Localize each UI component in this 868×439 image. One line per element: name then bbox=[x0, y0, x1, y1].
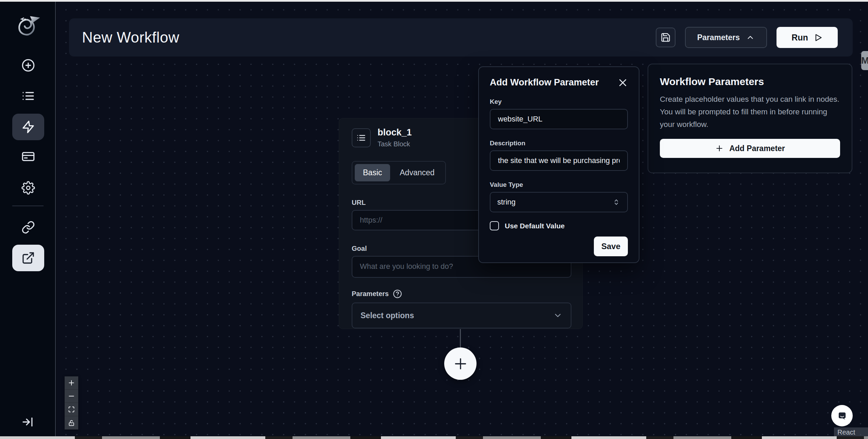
tab-basic[interactable]: Basic bbox=[355, 164, 390, 181]
edge-connector bbox=[460, 329, 461, 348]
workflow-header-bar: New Workflow Parameters Run bbox=[69, 18, 853, 56]
canvas-controls bbox=[65, 376, 78, 429]
lock-toggle-button[interactable] bbox=[65, 416, 78, 429]
external-link-nav-active[interactable] bbox=[12, 245, 44, 271]
chevron-up-icon bbox=[746, 33, 755, 42]
play-icon bbox=[814, 33, 823, 42]
parameters-select-placeholder: Select options bbox=[361, 311, 414, 320]
window-bottom-strip bbox=[0, 436, 868, 439]
link-icon[interactable] bbox=[21, 221, 35, 234]
plus-icon bbox=[453, 356, 468, 371]
help-circle-icon[interactable] bbox=[393, 289, 402, 298]
value-type-select[interactable]: string bbox=[490, 192, 628, 212]
run-button[interactable]: Run bbox=[777, 27, 838, 48]
node-title[interactable]: block_1 bbox=[378, 127, 412, 138]
panel-description: Create placeholder values that you can l… bbox=[660, 93, 840, 131]
sidebar-divider bbox=[12, 206, 44, 206]
external-link-icon bbox=[21, 251, 35, 265]
modal-header: Add Workflow Parameter bbox=[490, 77, 628, 88]
node-tabs: Basic Advanced bbox=[352, 161, 446, 184]
save-floppy-icon bbox=[661, 32, 671, 43]
zoom-in-button[interactable] bbox=[65, 376, 78, 390]
workflow-parameters-panel: Workflow Parameters Create placeholder v… bbox=[648, 64, 852, 173]
node-header-text: block_1 Task Block bbox=[378, 127, 412, 148]
dragon-logo-icon bbox=[14, 12, 43, 40]
add-parameter-label: Add Parameter bbox=[729, 144, 785, 153]
node-subtitle: Task Block bbox=[378, 140, 412, 148]
settings-gear-icon[interactable] bbox=[21, 181, 35, 195]
browser-edge-tab[interactable]: M bbox=[861, 51, 868, 70]
close-icon[interactable] bbox=[618, 78, 628, 88]
key-label: Key bbox=[490, 98, 628, 105]
modal-footer: Save bbox=[490, 237, 628, 256]
use-default-label: Use Default Value bbox=[505, 222, 565, 230]
parameters-button-label: Parameters bbox=[697, 33, 740, 42]
run-button-label: Run bbox=[791, 33, 808, 43]
fit-view-button[interactable] bbox=[65, 403, 78, 416]
minus-icon bbox=[68, 393, 75, 400]
workflow-editor-app: New Workflow Parameters Run bbox=[0, 0, 868, 439]
panel-title: Workflow Parameters bbox=[660, 76, 840, 87]
support-chat-button[interactable] bbox=[831, 405, 853, 426]
expand-sidebar-icon[interactable] bbox=[21, 415, 35, 429]
fit-view-icon bbox=[68, 406, 75, 413]
save-button[interactable] bbox=[656, 28, 675, 47]
node-parameters-row: Parameters bbox=[352, 289, 570, 298]
plus-icon bbox=[68, 379, 75, 386]
chat-bubble-icon bbox=[836, 409, 849, 422]
window-top-strip bbox=[0, 0, 868, 2]
add-node-button[interactable] bbox=[444, 347, 477, 380]
parameters-toggle-button[interactable]: Parameters bbox=[685, 27, 767, 48]
sidebar bbox=[0, 2, 56, 436]
description-input[interactable] bbox=[490, 150, 628, 171]
key-input[interactable] bbox=[490, 109, 628, 129]
page-title: New Workflow bbox=[82, 29, 179, 46]
unlock-icon bbox=[68, 420, 75, 426]
modal-title: Add Workflow Parameter bbox=[490, 77, 599, 88]
add-parameter-button[interactable]: Add Parameter bbox=[660, 139, 840, 158]
value-type-label: Value Type bbox=[490, 181, 628, 189]
parameters-multiselect[interactable]: Select options bbox=[352, 303, 571, 328]
tab-advanced[interactable]: Advanced bbox=[391, 164, 443, 181]
value-type-selected: string bbox=[497, 198, 516, 207]
node-parameters-label: Parameters bbox=[352, 290, 389, 298]
add-workflow-parameter-modal: Add Workflow Parameter Key Description V… bbox=[478, 66, 639, 263]
lightning-icon bbox=[21, 120, 35, 134]
billing-card-icon[interactable] bbox=[21, 150, 35, 163]
list-icon bbox=[356, 133, 366, 143]
save-parameter-button[interactable]: Save bbox=[594, 237, 628, 256]
header-actions: Parameters Run bbox=[656, 27, 838, 48]
node-type-button[interactable] bbox=[352, 128, 371, 147]
use-default-row: Use Default Value bbox=[490, 221, 628, 230]
description-label: Description bbox=[490, 140, 628, 147]
chevron-down-icon bbox=[553, 311, 563, 320]
plus-icon bbox=[715, 144, 724, 153]
chevrons-up-down-icon bbox=[612, 198, 620, 206]
tasks-list-icon[interactable] bbox=[21, 89, 35, 103]
workflows-nav-active[interactable] bbox=[12, 114, 44, 140]
use-default-checkbox[interactable] bbox=[490, 221, 499, 230]
create-workflow-icon[interactable] bbox=[21, 59, 35, 72]
edge-tab-label: M bbox=[861, 55, 868, 66]
zoom-out-button[interactable] bbox=[65, 390, 78, 403]
